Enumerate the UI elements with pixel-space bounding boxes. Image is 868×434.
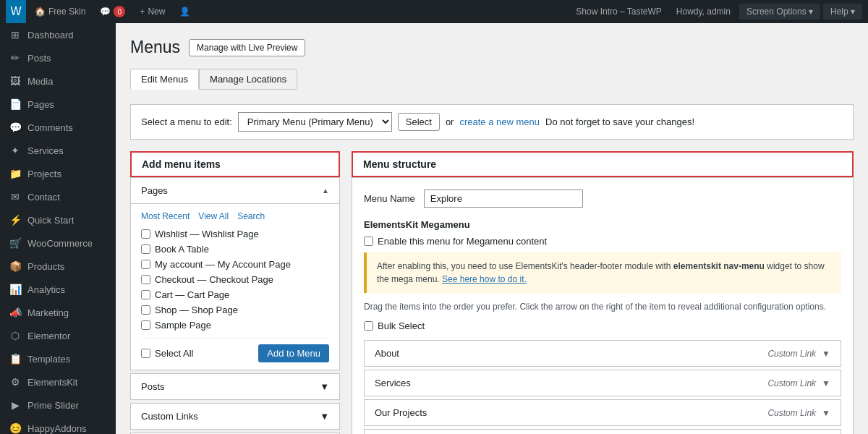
sidebar-item-prime-slider[interactable]: ▶ Prime Slider: [0, 393, 116, 417]
pages-accordion-body: Most Recent View All Search Wishlist — W…: [131, 204, 339, 370]
sidebar-item-products[interactable]: 📦 Products: [0, 255, 116, 278]
page-checkbox-cart[interactable]: [141, 290, 150, 299]
page-checkbox-wishlist[interactable]: [141, 229, 150, 239]
subtab-view-all[interactable]: View All: [198, 211, 229, 221]
page-checkbox-checkout[interactable]: [141, 275, 150, 284]
pages-accordion-title: Pages: [141, 185, 168, 196]
sidebar-item-comments[interactable]: 💬 Comments: [0, 116, 116, 139]
page-checkbox-shop[interactable]: [141, 305, 150, 315]
profile-link[interactable]: 👤: [174, 0, 196, 23]
sidebar-item-templates[interactable]: 📋 Templates: [0, 347, 116, 370]
sidebar-item-posts[interactable]: ✏ Posts: [0, 46, 116, 69]
howdy-menu[interactable]: Howdy, admin: [671, 0, 736, 23]
or-text: or: [446, 116, 454, 127]
save-warning: Do not forget to save your changes!: [545, 116, 694, 127]
pages-subtabs: Most Recent View All Search: [141, 211, 329, 221]
sidebar-item-dashboard[interactable]: ⊞ Dashboard: [0, 23, 116, 46]
megamenu-see-here-link[interactable]: See here how to do it.: [442, 274, 527, 284]
menu-item-our-projects-right: Custom Link ▼: [767, 408, 830, 418]
menu-item-about-label: About: [375, 348, 399, 359]
menu-name-label: Menu Name: [364, 193, 415, 204]
screen-options-button[interactable]: Screen Options ▾: [739, 4, 820, 20]
sidebar-item-happyaddons[interactable]: 😊 HappyAddons: [0, 417, 116, 434]
site-link[interactable]: 🏠 Free Skin: [29, 0, 91, 23]
sidebar-item-elementor[interactable]: ⬡ Elementor: [0, 324, 116, 347]
pages-accordion-header[interactable]: Pages ▲: [131, 178, 339, 204]
menu-item-services-right: Custom Link ▼: [767, 378, 830, 388]
menu-item-services-arrow-icon[interactable]: ▼: [822, 378, 830, 388]
menu-select[interactable]: Primary Menu (Primary Menu): [238, 112, 392, 132]
sidebar-item-marketing[interactable]: 📣 Marketing: [0, 301, 116, 324]
sidebar-item-contact[interactable]: ✉ Contact: [0, 185, 116, 208]
show-intro-link[interactable]: Show Intro – TasteWP: [570, 0, 668, 23]
select-button[interactable]: Select: [398, 113, 440, 131]
sidebar-item-elementskit[interactable]: ⚙ ElementsKit: [0, 370, 116, 393]
tabs: Edit Menus Manage Locations: [130, 69, 854, 90]
menu-item-our-projects[interactable]: Our Projects Custom Link ▼: [364, 399, 841, 426]
custom-links-chevron-icon: ▼: [320, 411, 329, 422]
page-item-sample[interactable]: Sample Page: [141, 320, 329, 331]
page-item-my-account[interactable]: My account — My Account Page: [141, 259, 329, 270]
menu-items-list: About Custom Link ▼ Services Custom Link…: [364, 340, 841, 434]
drag-hint: Drag the items into the order you prefer…: [364, 302, 841, 312]
page-checkbox-my-account[interactable]: [141, 260, 150, 269]
sidebar-item-quickstart[interactable]: ⚡ Quick Start: [0, 208, 116, 231]
megamenu-row: ElementsKit Megamenu Enable this menu fo…: [364, 219, 841, 293]
posts-chevron-icon: ▼: [320, 381, 329, 392]
manage-with-live-preview-button[interactable]: Manage with Live Preview: [189, 39, 305, 56]
page-header: Menus Manage with Live Preview: [130, 38, 854, 57]
page-item-checkout[interactable]: Checkout — Checkout Page: [141, 274, 329, 285]
sidebar-item-analytics[interactable]: 📊 Analytics: [0, 278, 116, 301]
page-item-wishlist[interactable]: Wishlist — Wishlist Page: [141, 229, 329, 239]
subtab-search[interactable]: Search: [237, 211, 265, 221]
page-checkbox-sample[interactable]: [141, 320, 150, 330]
select-all-checkbox[interactable]: [141, 349, 150, 358]
subtab-most-recent[interactable]: Most Recent: [141, 211, 190, 221]
page-item-shop[interactable]: Shop — Shop Page: [141, 305, 329, 315]
layout: ⊞ Dashboard ✏ Posts 🖼 Media 📄 Pages 💬 Co…: [0, 23, 868, 434]
new-link[interactable]: + New: [134, 0, 171, 23]
menu-structure-heading: Menu structure: [352, 151, 854, 177]
add-to-menu-button[interactable]: Add to Menu: [258, 344, 329, 362]
posts-accordion-header[interactable]: Posts ▼: [130, 373, 340, 400]
templates-icon: 📋: [9, 353, 22, 365]
top-bulk-select-label[interactable]: Bulk Select: [364, 320, 841, 331]
sidebar-item-woocommerce[interactable]: 🛒 WooCommerce: [0, 231, 116, 255]
elementskit-icon: ⚙: [9, 376, 22, 388]
megamenu-enable-row: Enable this menu for Megamenu content: [364, 236, 841, 247]
page-item-book-table[interactable]: Book A Table: [141, 244, 329, 255]
plus-icon: +: [140, 7, 145, 17]
sidebar-item-media[interactable]: 🖼 Media: [0, 69, 116, 93]
posts-icon: ✏: [9, 52, 22, 64]
wp-logo[interactable]: W: [6, 0, 26, 23]
sidebar-item-projects[interactable]: 📁 Projects: [0, 162, 116, 185]
menu-item-about-arrow-icon[interactable]: ▼: [822, 349, 830, 359]
megamenu-checkbox[interactable]: [364, 237, 373, 246]
comments-link[interactable]: 💬 0: [94, 0, 131, 23]
menu-item-about-type: Custom Link: [767, 349, 816, 359]
help-button[interactable]: Help ▾: [823, 4, 862, 20]
megamenu-label: ElementsKit Megamenu: [364, 219, 841, 230]
pages-accordion-footer: Select All Add to Menu: [141, 338, 329, 362]
top-bulk-select-checkbox[interactable]: [364, 321, 373, 331]
select-menu-label: Select a menu to edit:: [141, 116, 232, 127]
menu-item-our-projects-arrow-icon[interactable]: ▼: [822, 408, 830, 418]
megamenu-notice: After enabling this, you need to use Ele…: [364, 252, 841, 293]
sidebar-item-pages[interactable]: 📄 Pages: [0, 93, 116, 116]
page-checkbox-book-table[interactable]: [141, 244, 150, 254]
menu-structure-body: Menu Name ElementsKit Megamenu Enable th…: [352, 177, 854, 434]
menu-item-meet-the-farmers[interactable]: Meet The Farmers Custom Link ▼: [364, 429, 841, 434]
custom-links-accordion-header[interactable]: Custom Links ▼: [130, 403, 340, 430]
menu-name-input[interactable]: [424, 190, 583, 208]
menu-item-services[interactable]: Services Custom Link ▼: [364, 370, 841, 396]
tab-manage-locations[interactable]: Manage Locations: [199, 69, 297, 90]
select-all-label[interactable]: Select All: [141, 348, 193, 359]
menu-item-about[interactable]: About Custom Link ▼: [364, 340, 841, 367]
sidebar-item-services[interactable]: ✦ Services: [0, 139, 116, 162]
woocommerce-icon: 🛒: [9, 237, 22, 249]
page-item-cart[interactable]: Cart — Cart Page: [141, 289, 329, 300]
custom-links-accordion-title: Custom Links: [141, 411, 198, 422]
create-new-menu-link[interactable]: create a new menu: [459, 116, 540, 127]
products-icon: 📦: [9, 260, 22, 272]
tab-edit-menus[interactable]: Edit Menus: [130, 69, 199, 90]
